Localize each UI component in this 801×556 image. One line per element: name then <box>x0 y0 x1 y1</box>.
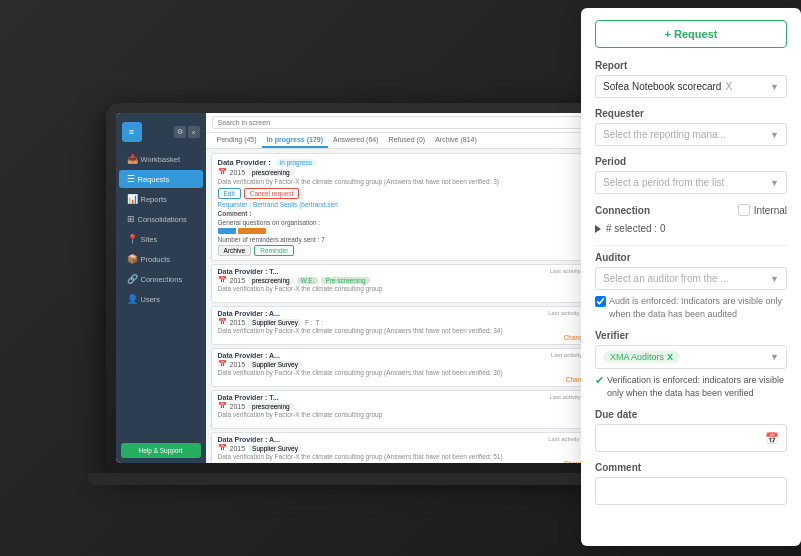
verifier-tag: XMA Auditors X <box>603 351 680 363</box>
map-pin-icon: 📍 <box>127 234 138 244</box>
auditor-label: Auditor <box>595 252 787 263</box>
period-dropdown-arrow: ▼ <box>770 178 779 188</box>
help-support-button[interactable]: Help & Support <box>121 443 201 458</box>
report-section: Report Sofea Notebook scorecard X ▼ <box>595 60 787 98</box>
calendar-icon: 📅 <box>765 432 779 445</box>
requester-info: Requester : Bertrand Senlis (bertrand.se… <box>218 201 614 208</box>
tabs-bar: Pending (45) In progress (179) Answered … <box>206 133 626 149</box>
auditor-placeholder: Select an auditor from the ... <box>603 273 729 284</box>
verifier-section: Verifier XMA Auditors X ▼ ✔ Verification… <box>595 330 787 399</box>
comment-label: Comment <box>595 462 787 473</box>
cancel-request-button[interactable]: Cancel request <box>244 188 300 199</box>
tab-pending[interactable]: Pending (45) <box>212 133 262 148</box>
edit-button[interactable]: Edit <box>218 188 241 199</box>
new-request-button[interactable]: + Request <box>595 20 787 48</box>
report-dropdown-arrow: ▼ <box>770 82 779 92</box>
request-provider: Data Provider : T... <box>218 394 279 401</box>
due-date-label: Due date <box>595 409 787 420</box>
expand-triangle-icon[interactable] <box>595 225 601 233</box>
comment-label: Comment : <box>218 210 614 217</box>
divider <box>595 245 787 246</box>
sidebar-item-reports[interactable]: 📊 Reports <box>119 190 203 208</box>
requester-label: Requester <box>595 108 787 119</box>
request-provider: Data Provider : T... <box>218 268 279 275</box>
list-icon: ☰ <box>127 174 135 184</box>
request-item: Data Provider : A... Last activity : Sep… <box>211 306 621 345</box>
app-logo: ≡ <box>122 122 142 142</box>
requester-select[interactable]: Select the reporting mana... ▼ <box>595 123 787 146</box>
request-status-badge: in progress <box>276 159 316 166</box>
request-item: Data Provider : A... Last activity : Sep… <box>211 432 621 463</box>
connection-label: Connection <box>595 205 650 216</box>
verifier-clear-icon[interactable]: X <box>667 352 673 362</box>
report-label: Report <box>595 60 787 71</box>
internal-checkbox-row: Internal <box>738 204 787 216</box>
verifier-select[interactable]: XMA Auditors X ▼ <box>595 345 787 369</box>
tab-in-progress[interactable]: In progress (179) <box>262 133 328 148</box>
inbox-icon: 📥 <box>127 154 138 164</box>
tab-refused[interactable]: Refused (0) <box>384 133 431 148</box>
period-label: Period <box>595 156 787 167</box>
link-icon: 🔗 <box>127 274 138 284</box>
sidebar-item-requests[interactable]: ☰ Requests <box>119 170 203 188</box>
archive-button[interactable]: Archive <box>218 245 252 256</box>
auditor-section: Auditor Select an auditor from the ... ▼… <box>595 252 787 320</box>
internal-checkbox[interactable] <box>738 204 750 216</box>
sidebar-item-sites[interactable]: 📍 Sites <box>119 230 203 248</box>
request-item: Data Provider : T... Last activity : Oct… <box>211 264 621 303</box>
request-provider: Data Provider : A... <box>218 436 280 443</box>
sidebar-item-workbasket[interactable]: 📥 Workbasket <box>119 150 203 168</box>
request-type: prescreening <box>248 169 294 176</box>
reminders-label: Number of reminders already sent : 7 <box>218 236 614 243</box>
search-input[interactable] <box>212 116 620 129</box>
bar-chart-icon: 📊 <box>127 194 138 204</box>
right-panel: + Request Report Sofea Notebook scorecar… <box>581 8 801 546</box>
internal-label: Internal <box>754 205 787 216</box>
verifier-note: ✔ Verification is enforced: indicators a… <box>595 374 787 399</box>
package-icon: 📦 <box>127 254 138 264</box>
period-placeholder: Select a period from the list <box>603 177 724 188</box>
sidebar-item-connections[interactable]: 🔗 Connections <box>119 270 203 288</box>
main-area: Pending (45) In progress (179) Answered … <box>206 113 626 463</box>
tab-answered[interactable]: Answered (64) <box>328 133 384 148</box>
report-value: Sofea Notebook scorecard <box>603 81 721 92</box>
selected-count-row: # selected : 0 <box>595 220 787 237</box>
requester-dropdown-arrow: ▼ <box>770 130 779 140</box>
verifier-label: Verifier <box>595 330 787 341</box>
request-item: Data Provider : T... Last activity : Oct… <box>211 390 621 429</box>
general-questions-label: General questions on organisation : <box>218 219 614 226</box>
requests-list: Data Provider : in progress W.E. 📅 2015 … <box>206 149 626 463</box>
request-item: Data Provider : in progress W.E. 📅 2015 … <box>211 153 621 261</box>
request-description: Data verification by Factor-X the climat… <box>218 178 614 185</box>
sidebar-item-products[interactable]: 📦 Products <box>119 250 203 268</box>
requester-placeholder: Select the reporting mana... <box>603 129 726 140</box>
tab-archive[interactable]: Archive (814) <box>430 133 482 148</box>
connection-section: Connection Internal # selected : 0 <box>595 204 787 237</box>
report-select[interactable]: Sofea Notebook scorecard X ▼ <box>595 75 787 98</box>
requester-section: Requester Select the reporting mana... ▼ <box>595 108 787 146</box>
period-select[interactable]: Select a period from the list ▼ <box>595 171 787 194</box>
selected-count-label: # selected : 0 <box>606 223 665 234</box>
close-icon[interactable]: × <box>188 126 200 138</box>
request-year: 2015 <box>230 169 246 176</box>
report-clear-icon[interactable]: X <box>725 81 732 92</box>
request-provider: Data Provider : <box>218 158 271 167</box>
top-bar <box>206 113 626 133</box>
verifier-dropdown-arrow: ▼ <box>770 352 779 362</box>
comment-section: Comment <box>595 462 787 505</box>
request-provider: Data Provider : A... <box>218 352 280 359</box>
audit-enforced-checkbox[interactable] <box>595 296 606 307</box>
reminder-button[interactable]: Reminder <box>254 245 294 256</box>
due-date-field[interactable]: 📅 <box>595 424 787 452</box>
request-provider: Data Provider : A... <box>218 310 280 317</box>
verifier-enforced-text: Verification is enforced: indicators are… <box>607 374 787 399</box>
settings-icon[interactable]: ⚙ <box>174 126 186 138</box>
auditor-note: Audit is enforced: Indicators are visibl… <box>595 295 787 320</box>
sidebar-item-consolidations[interactable]: ⊞ Consolidations <box>119 210 203 228</box>
sidebar: ≡ ⚙ × 📥 Workbasket ☰ Requests 📊 Repor <box>116 113 206 463</box>
request-item: Data Provider : A... Last activity : May… <box>211 348 621 387</box>
auditor-select[interactable]: Select an auditor from the ... ▼ <box>595 267 787 290</box>
sidebar-item-users[interactable]: 👤 Users <box>119 290 203 308</box>
due-date-section: Due date 📅 <box>595 409 787 452</box>
layers-icon: ⊞ <box>127 214 135 224</box>
